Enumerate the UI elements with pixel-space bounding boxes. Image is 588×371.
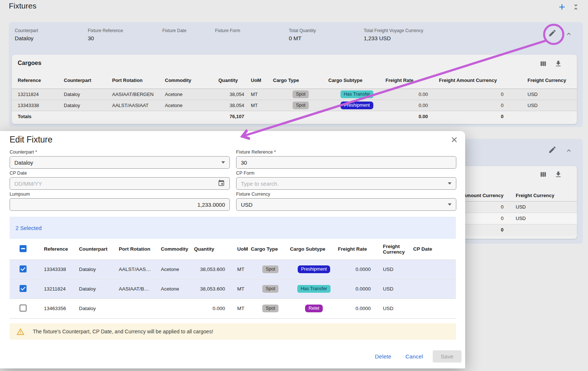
- col-freight-currency: Freight Currency: [371, 239, 413, 260]
- fixtures-page: Fixtures + Counterpart Dataloy Fixture R…: [0, 0, 588, 371]
- cargoes-header-row: Reference Counterpart Port Rotation Comm…: [12, 72, 577, 89]
- cell-freight-rate: 0.0000: [338, 260, 371, 279]
- edit-fixture-button[interactable]: [548, 29, 557, 37]
- summary-fixture-form: Fixture Form: [215, 28, 240, 41]
- col-freight-rate: Freight Rate: [338, 239, 371, 260]
- cell-reference: 13463356: [44, 299, 79, 318]
- cp-form-label: CP Form: [236, 171, 255, 176]
- totals-freight-rate: 0.00: [385, 111, 439, 122]
- cp-form-autocomplete[interactable]: Type to search.: [236, 177, 456, 190]
- totals-label: Totals: [12, 111, 64, 122]
- select-all-checkbox[interactable]: [20, 245, 27, 252]
- col-commodity: Commodity: [165, 72, 218, 89]
- cell-freight-rate: 0.00: [385, 89, 439, 100]
- cell-freight-currency: USD: [516, 89, 577, 100]
- col-cargo-subtype: Cargo Subtype: [328, 72, 385, 89]
- fixture-currency-select[interactable]: USD: [236, 198, 456, 211]
- download-button[interactable]: [554, 60, 562, 68]
- collapse-panel-button[interactable]: [565, 147, 573, 154]
- warning-banner: The fixture's Counterpart, CP Date, and …: [10, 323, 456, 340]
- totals-freight-amount: 0: [439, 111, 516, 122]
- cell-freight-amount: 0: [501, 216, 504, 221]
- cargo-row[interactable]: 13343338 Dataloy AALST/AASIAAT Acetone 3…: [12, 100, 577, 111]
- col-freight-rate: Freight Rate: [385, 72, 439, 89]
- cargo-row[interactable]: 13463356 Dataloy 0.000 MT Spot Relet 0.0…: [10, 299, 456, 318]
- cargo-row[interactable]: 13211824 Dataloy AASIAAT/B… Acetone 38,0…: [10, 279, 456, 299]
- cell-freight-rate: 0.00: [385, 100, 439, 111]
- field-label: Fixture Reference: [88, 28, 123, 33]
- edit-fixture-button[interactable]: [548, 145, 557, 154]
- cell-port-rotation: AASIAAT/B…: [119, 279, 161, 299]
- cargo-row[interactable]: 13211824 Dataloy AASIAAT/BERGEN Acetone …: [12, 89, 577, 100]
- cell-cp-date: [413, 260, 456, 279]
- cancel-button[interactable]: Cancel: [401, 350, 428, 363]
- row-checkbox[interactable]: [20, 265, 27, 272]
- modal-title: Edit Fixture: [10, 135, 52, 145]
- edit-fixture-modal: Edit Fixture Counterpart * Dataloy Fixtu…: [0, 131, 465, 368]
- col-quantity: Quantity: [194, 239, 225, 260]
- fixture-currency-label: Fixture Currency: [236, 192, 270, 197]
- cell-counterpart: Dataloy: [64, 89, 112, 100]
- cell-freight-amount: 0: [439, 89, 516, 100]
- col-port-rotation: Port Rotation: [112, 72, 165, 89]
- counterpart-label: Counterpart *: [10, 150, 37, 155]
- cargo-row[interactable]: 13343338 Dataloy AALST/AAS… Acetone 38,0…: [10, 260, 456, 279]
- col-cp-date: CP Date: [413, 239, 456, 260]
- add-fixture-button[interactable]: +: [558, 2, 565, 12]
- columns-button[interactable]: [539, 171, 547, 178]
- counterpart-select[interactable]: Dataloy: [10, 156, 230, 169]
- cargo-subtype-chip: Relet: [305, 305, 322, 312]
- cargo-type-chip: Spot: [293, 102, 309, 109]
- col-freight-currency: Freight Currency: [516, 72, 577, 89]
- field-value: 30: [88, 35, 123, 41]
- card-actions: [539, 171, 562, 178]
- cell-port-rotation: AALST/AAS…: [119, 260, 161, 279]
- summary-counterpart: Counterpart Dataloy: [15, 28, 38, 41]
- close-modal-button[interactable]: [450, 135, 459, 144]
- field-label: Fixture Date: [162, 28, 186, 33]
- delete-button[interactable]: Delete: [370, 350, 396, 363]
- cell-port-rotation: [119, 299, 161, 318]
- plus-icon: +: [558, 2, 565, 12]
- cell-uom: MT: [225, 260, 251, 279]
- field-value: 1,233 USD: [364, 35, 423, 41]
- cell-commodity: Acetone: [165, 89, 218, 100]
- row-checkbox[interactable]: [20, 305, 27, 312]
- lumpsum-input[interactable]: [10, 198, 230, 211]
- cell-freight-amount: 0: [501, 204, 504, 210]
- selection-band: 2 Selected: [10, 217, 456, 239]
- cargo-type-chip: Spot: [262, 265, 279, 273]
- cargo-type-chip: Spot: [262, 305, 279, 312]
- cp-date-field[interactable]: DD/MM/YY: [10, 177, 230, 190]
- cell-freight-currency: USD: [371, 260, 413, 279]
- cell-freight-currency: USD: [371, 299, 413, 318]
- download-icon: [554, 60, 562, 68]
- col-cargo-type: Cargo Type: [273, 72, 328, 89]
- cargo-subtype-chip: Preshipment: [298, 265, 330, 273]
- cell-freight-amount: 0: [439, 100, 516, 111]
- totals-quantity: 76,107: [218, 111, 244, 122]
- pencil-icon: [548, 145, 557, 154]
- field-value: [215, 35, 240, 41]
- collapse-all-button[interactable]: [572, 3, 580, 11]
- fixture-currency-value: USD: [241, 202, 253, 208]
- summary-fixture-reference: Fixture Reference 30: [88, 28, 123, 41]
- fixture-reference-input[interactable]: [236, 156, 456, 169]
- col-quantity: Quantity: [218, 72, 244, 89]
- cell-quantity: 0.000: [194, 299, 225, 318]
- fixture-reference-label: Fixture Reference *: [236, 150, 276, 155]
- field-value: [162, 35, 186, 41]
- cell-freight-rate: 0.0000: [338, 299, 371, 318]
- save-button[interactable]: Save: [433, 350, 461, 363]
- calendar-icon[interactable]: [218, 179, 225, 188]
- columns-icon: [539, 171, 547, 178]
- download-button[interactable]: [554, 171, 562, 178]
- columns-button[interactable]: [539, 60, 547, 68]
- col-freight-amount-currency: Freight Amount Currency: [439, 72, 516, 89]
- collapse-panel-button[interactable]: [565, 30, 573, 38]
- row-checkbox[interactable]: [20, 285, 27, 292]
- cargo-subtype-chip: Has Transfer: [340, 90, 374, 98]
- cell-freight-rate: 0.0000: [338, 279, 371, 299]
- cell-port-rotation: AALST/AASIAAT: [112, 100, 165, 111]
- cell-commodity: Acetone: [165, 100, 218, 111]
